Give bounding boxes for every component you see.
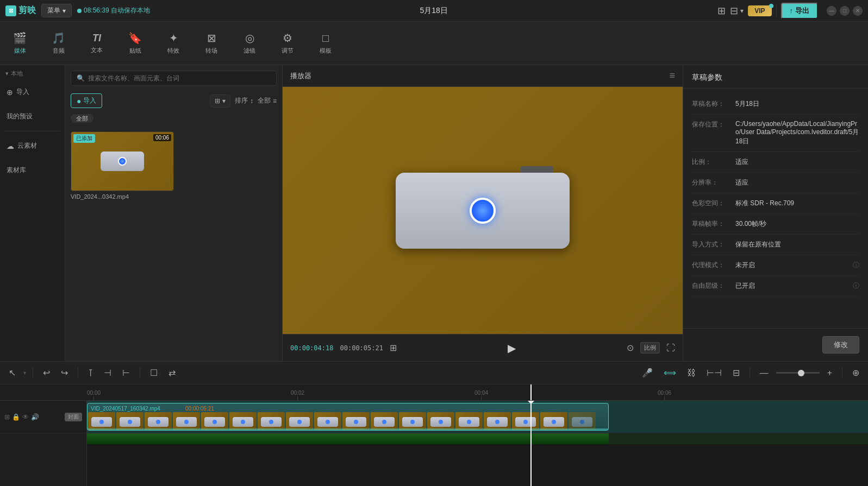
props-header: 草稿参数 (683, 65, 868, 89)
grid-icon[interactable]: ⊞ (390, 343, 397, 353)
proxy-info-icon[interactable]: ⓘ (853, 261, 859, 270)
app-logo: ⊠ 剪映 (5, 5, 36, 16)
import-icon: ⊕ (7, 88, 13, 97)
menu-button[interactable]: 菜单 ▾ (41, 4, 72, 17)
sidebar-sep (4, 131, 60, 131)
import-button[interactable]: ● 导入 (71, 93, 102, 108)
project-title: 5月18日 (155, 6, 712, 16)
sidebar-library[interactable]: 素材库 (2, 159, 63, 181)
video-track[interactable]: VID_20240517_160342.mp4 00:00:05:21 (87, 401, 868, 433)
modify-button[interactable]: 修改 (822, 336, 859, 354)
sidebar-cloud[interactable]: ☁ 云素材 (2, 135, 63, 157)
fullscreen-icon[interactable]: ⛶ (666, 343, 675, 353)
player-menu-icon[interactable]: ≡ (669, 70, 675, 81)
zoom-out-button[interactable]: — (757, 366, 772, 380)
tool-text[interactable]: TI 文本 (86, 29, 108, 58)
export-button[interactable]: ↑ 导出 (781, 3, 819, 19)
ratio-button[interactable]: 比例 (640, 342, 660, 354)
prop-save-path: 保存位置： C:/Users/yaohe/AppData/Local/Jiany… (692, 115, 859, 152)
timeline: ↖ ▾ ↩ ↪ ⊺ ⊣ ⊢ ☐ ⇄ 🎤 ⟺ ⛓ ⊢⊣ ⊟ — + ⊕ 00:00 (0, 361, 868, 486)
track-clip: VID_20240517_160342.mp4 00:00:05:21 (87, 403, 609, 431)
media-panel: 🔍 ● 导入 ⊞ ▾ 排序 ↕ 全部 ≡ 全部 (65, 65, 283, 361)
track-audio-btn[interactable]: 🔊 (31, 413, 39, 421)
timeline-toolbar: ↖ ▾ ↩ ↪ ⊺ ⊣ ⊢ ☐ ⇄ 🎤 ⟺ ⛓ ⊢⊣ ⊟ — + ⊕ (0, 362, 868, 384)
vip-button[interactable]: VIP (748, 5, 771, 16)
view-button[interactable]: ⊞ ▾ (210, 94, 230, 108)
list-item[interactable]: 已添加 00:06 VID_2024...0342.mp4 (71, 131, 174, 200)
trim-end-button[interactable]: ⊢ (119, 365, 133, 380)
sidebar-presets[interactable]: 我的预设 (2, 105, 63, 128)
autosave-indicator: 08:56:39 自动保存本地 (77, 6, 150, 15)
search-wrap[interactable]: 🔍 (71, 71, 277, 86)
track-thumbnail-btn[interactable]: ⊞ (4, 413, 10, 421)
replace-button[interactable]: ⇄ (165, 365, 179, 380)
filter-icon: ◎ (245, 31, 254, 45)
tool-sticker[interactable]: 🔖 贴纸 (124, 28, 146, 58)
clip-duration: 00:00:05:21 (185, 406, 214, 412)
main-toolbar: 🎬 媒体 🎵 音频 TI 文本 🔖 贴纸 ✦ 特效 ⊠ 转场 ◎ 滤镜 ⚙ 调节… (0, 22, 868, 65)
sidebar-local[interactable]: ▾ 本地 (0, 65, 65, 80)
maximize-button[interactable]: □ (840, 6, 850, 16)
template-icon: □ (322, 32, 329, 45)
media-icon: 🎬 (13, 31, 27, 45)
tool-media[interactable]: 🎬 媒体 (9, 28, 31, 58)
tl-sep (140, 368, 140, 378)
window-controls: — □ ✕ (827, 6, 863, 16)
select-tool[interactable]: ↖ (5, 365, 19, 380)
split2-button[interactable]: ⊢⊣ (703, 365, 725, 380)
total-time: 00:00:05:21 (340, 344, 383, 352)
redo-button[interactable]: ↪ (58, 365, 71, 380)
track-lock-btn[interactable]: 🔒 (12, 413, 20, 421)
tool-effects[interactable]: ✦ 特效 (163, 28, 184, 58)
effects-icon: ✦ (169, 31, 178, 45)
tool-transition[interactable]: ⊠ 转场 (201, 28, 222, 58)
zoom-fit-button[interactable]: ⊕ (849, 365, 863, 380)
prop-freelayer: 自由层级： 已开启 ⓘ (692, 276, 859, 296)
delete-button[interactable]: ☐ (147, 365, 161, 380)
minimize-button[interactable]: — (827, 6, 836, 16)
duration-badge: 00:06 (153, 134, 171, 141)
props-body: 草稿名称： 5月18日 保存位置： C:/Users/yaohe/AppData… (683, 89, 868, 328)
frame-thumb (201, 412, 228, 431)
play-button[interactable]: ▶ (505, 339, 518, 357)
zoom-slider[interactable] (776, 372, 820, 374)
search-input[interactable] (88, 74, 271, 82)
zoom-in-button[interactable]: + (824, 366, 835, 380)
undo-button[interactable]: ↩ (40, 365, 53, 380)
prop-import-mode: 导入方式： 保留在原有位置 (692, 235, 859, 255)
frame-thumb (512, 412, 539, 431)
topbar-right: ⊞ ⊟ ▾ VIP ↑ 导出 — □ ✕ (717, 3, 863, 19)
close-button[interactable]: ✕ (853, 6, 863, 16)
plus-icon: ● (77, 97, 81, 105)
subtitle-button[interactable]: ⊟ (729, 365, 743, 380)
freelayer-info-icon[interactable]: ⓘ (853, 281, 859, 291)
frame-thumb (484, 412, 511, 431)
media-actions: ● 导入 ⊞ ▾ 排序 ↕ 全部 ≡ (65, 91, 282, 112)
frame-thumb (258, 412, 285, 431)
grid-view-icon[interactable]: ⊞ (717, 5, 726, 17)
track-icons: ⊞ 🔒 👁 🔊 (4, 413, 39, 421)
screenshot-icon[interactable]: ⊙ (627, 343, 634, 353)
properties-panel: 草稿参数 草稿名称： 5月18日 保存位置： C:/Users/yaohe/Ap… (683, 65, 868, 361)
track-eye-btn[interactable]: 👁 (22, 413, 29, 421)
filter-button[interactable]: 全部 ≡ (258, 96, 277, 105)
tool-template[interactable]: □ 模板 (315, 29, 336, 58)
sidebar-import[interactable]: ⊕ 导入 (2, 81, 63, 103)
ruler-line (297, 396, 298, 400)
search-bar: 🔍 (65, 65, 282, 91)
frame-thumb (173, 412, 200, 431)
trim-start-button[interactable]: ⊣ (101, 365, 115, 380)
mic-button[interactable]: 🎤 (639, 365, 656, 380)
all-filter-tag[interactable]: 全部 (71, 114, 93, 123)
split-button[interactable]: ⊺ (85, 365, 96, 381)
tool-filter[interactable]: ◎ 滤镜 (239, 28, 260, 58)
tool-audio[interactable]: 🎵 音频 (47, 28, 70, 58)
connector (521, 166, 553, 173)
prop-resolution: 分辨率： 适应 (692, 173, 859, 193)
link-button[interactable]: ⛓ (684, 366, 699, 380)
props-footer: 修改 (683, 328, 868, 361)
tool-adjust[interactable]: ⚙ 调节 (277, 28, 298, 58)
sort-button[interactable]: 排序 ↕ (235, 96, 253, 105)
layout-options[interactable]: ⊟ ▾ (730, 5, 744, 17)
magnet-button[interactable]: ⟺ (660, 365, 679, 380)
